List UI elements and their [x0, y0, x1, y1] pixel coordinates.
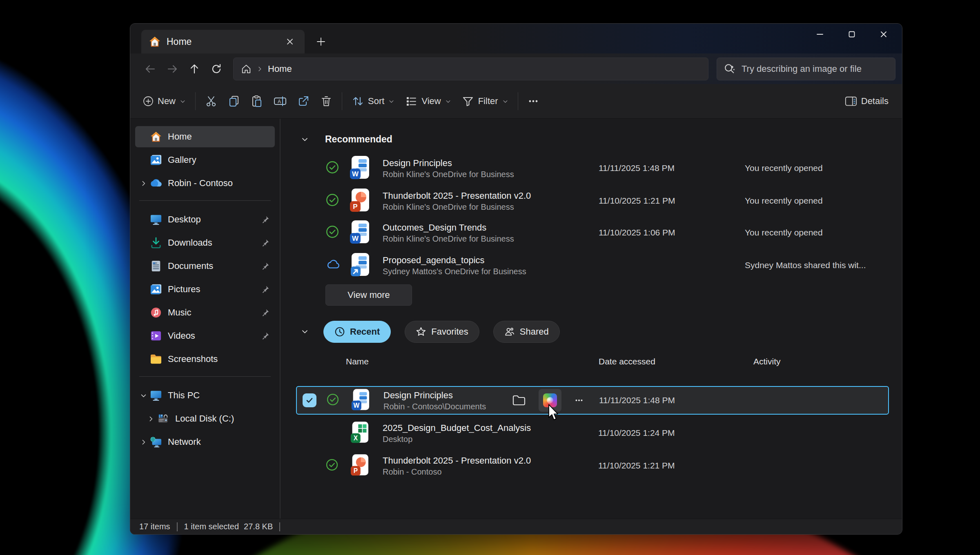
pin-icon — [260, 285, 271, 294]
breadcrumb-location: Home — [268, 64, 292, 74]
close-icon — [286, 38, 294, 46]
collapse-chevron-icon[interactable] — [298, 135, 311, 143]
new-button[interactable]: New — [138, 89, 191, 113]
sidebar-item-videos[interactable]: Videos — [135, 325, 275, 346]
tab-close-button[interactable] — [282, 33, 298, 50]
collapse-chevron-icon[interactable] — [298, 328, 311, 335]
maximize-button[interactable] — [836, 24, 868, 45]
file-date: 11/10/2025 1:24 PM — [598, 428, 675, 438]
pill-shared[interactable]: Shared — [493, 321, 560, 343]
pin-icon — [260, 262, 271, 271]
file-name: Thunderbolt 2025 - Presentation v2.0 — [383, 190, 531, 202]
list-column-headers: Name Date accessed Activity — [281, 352, 902, 371]
refresh-button[interactable] — [205, 58, 227, 80]
sidebar-divider — [139, 200, 271, 201]
pill-recent[interactable]: Recent — [323, 321, 391, 343]
chevron-down-icon[interactable] — [138, 392, 149, 399]
file-location: Desktop — [383, 434, 531, 444]
clock-icon — [334, 326, 345, 337]
sidebar-item-desktop[interactable]: Desktop — [135, 209, 275, 230]
file-date: 11/10/2025 1:06 PM — [599, 228, 675, 238]
close-button[interactable] — [868, 24, 900, 45]
pin-icon — [260, 238, 271, 247]
recommended-item[interactable]: Outcomes_Design TrendsRobin Kline's OneD… — [281, 217, 902, 249]
copy-button[interactable] — [223, 89, 245, 113]
maximize-icon — [847, 30, 856, 39]
sidebar-item-gallery[interactable]: Gallery — [135, 149, 275, 171]
address-bar[interactable]: Home — [233, 58, 708, 80]
share-button[interactable] — [292, 89, 315, 113]
filter-button[interactable]: Filter — [457, 89, 514, 113]
sidebar-item-downloads[interactable]: Downloads — [135, 232, 275, 253]
pictures-icon — [149, 284, 163, 295]
back-button[interactable] — [139, 58, 161, 80]
tab-home[interactable]: Home — [141, 30, 305, 53]
recommended-item[interactable]: Design PrinciplesRobin Kline's OneDrive … — [281, 152, 902, 184]
sidebar-item-local-disk-c[interactable]: Local Disk (C:) — [135, 408, 275, 429]
view-more-button[interactable]: View more — [325, 284, 412, 306]
new-tab-button[interactable] — [310, 33, 332, 51]
chevron-right-icon[interactable] — [138, 180, 149, 187]
forward-arrow-icon — [167, 63, 178, 75]
pin-icon — [260, 331, 271, 340]
copy-icon — [228, 95, 240, 107]
details-button[interactable]: Details — [840, 89, 894, 113]
refresh-icon — [211, 63, 222, 75]
file-row[interactable]: Thunderbolt 2025 - Presentation v2.0Robi… — [296, 451, 889, 480]
more-dots-icon — [574, 395, 584, 406]
rename-button[interactable]: A — [268, 89, 292, 113]
recommended-item[interactable]: Thunderbolt 2025 - Presentation v2.0Robi… — [281, 185, 902, 217]
sidebar-item-network[interactable]: Network — [135, 431, 275, 453]
file-name: 2025_Design_Budget_Cost_Analysis — [383, 422, 531, 434]
powerpoint-file-icon — [351, 454, 369, 477]
sidebar-item-onedrive[interactable]: Robin - Contoso — [135, 173, 275, 194]
toolbar-divider — [342, 92, 342, 110]
chevron-right-icon[interactable] — [145, 415, 156, 422]
file-row[interactable]: 2025_Design_Budget_Cost_AnalysisDesktop … — [296, 419, 889, 447]
sidebar-item-home[interactable]: Home — [135, 126, 275, 147]
breadcrumb-chevron-icon — [256, 66, 263, 72]
sidebar-item-screenshots[interactable]: Screenshots — [135, 349, 275, 370]
folder-icon — [512, 395, 526, 406]
people-icon — [504, 326, 515, 337]
recommended-section-header[interactable]: Recommended — [281, 129, 902, 149]
column-header-date-accessed[interactable]: Date accessed — [599, 357, 655, 366]
forward-button[interactable] — [161, 58, 183, 80]
sort-button[interactable]: Sort — [346, 89, 400, 113]
file-date: 11/11/2025 1:48 PM — [599, 163, 675, 173]
cut-button[interactable] — [200, 89, 223, 113]
documents-icon — [149, 260, 163, 272]
plus-icon — [316, 37, 326, 47]
desktop-icon — [149, 214, 163, 225]
minimize-button[interactable] — [804, 24, 836, 45]
row-more-options-button[interactable] — [568, 389, 590, 412]
more-options-button[interactable] — [522, 89, 544, 113]
sidebar-item-documents[interactable]: Documents — [135, 255, 275, 277]
delete-button[interactable] — [315, 89, 338, 113]
up-button[interactable] — [183, 58, 205, 80]
chevron-right-icon[interactable] — [138, 439, 149, 446]
sidebar-item-this-pc[interactable]: This PC — [135, 385, 275, 406]
rename-icon: A — [274, 95, 287, 107]
column-header-activity[interactable]: Activity — [753, 357, 781, 366]
file-date: 11/10/2025 1:21 PM — [598, 461, 675, 471]
open-file-location-button[interactable] — [508, 389, 530, 412]
sidebar-item-pictures[interactable]: Pictures — [135, 279, 275, 300]
sidebar-item-music[interactable]: Music — [135, 302, 275, 323]
column-header-name[interactable]: Name — [346, 357, 369, 366]
navigation-pane: Home Gallery Robin - Contoso — [130, 119, 281, 519]
view-button[interactable]: View — [400, 89, 456, 113]
chevron-down-icon — [445, 98, 451, 104]
file-name: Thunderbolt 2025 - Presentation v2.0 — [383, 455, 531, 466]
paste-button[interactable] — [245, 89, 268, 113]
selection-checkbox[interactable] — [303, 393, 316, 407]
file-row-selected[interactable]: Design PrinciplesRobin - Contoso\Documen… — [296, 386, 889, 415]
recommended-item[interactable]: Proposed_agenda_topicsSydney Mattos's On… — [281, 249, 902, 281]
downloads-icon — [149, 237, 163, 249]
filter-icon — [462, 95, 474, 107]
pill-favorites[interactable]: Favorites — [405, 321, 479, 343]
search-box[interactable]: Try describing an image or file — [717, 58, 895, 80]
file-name: Design Principles — [383, 389, 486, 401]
view-icon — [405, 95, 417, 107]
navigation-bar: Home Try describing an image or file — [130, 53, 902, 84]
